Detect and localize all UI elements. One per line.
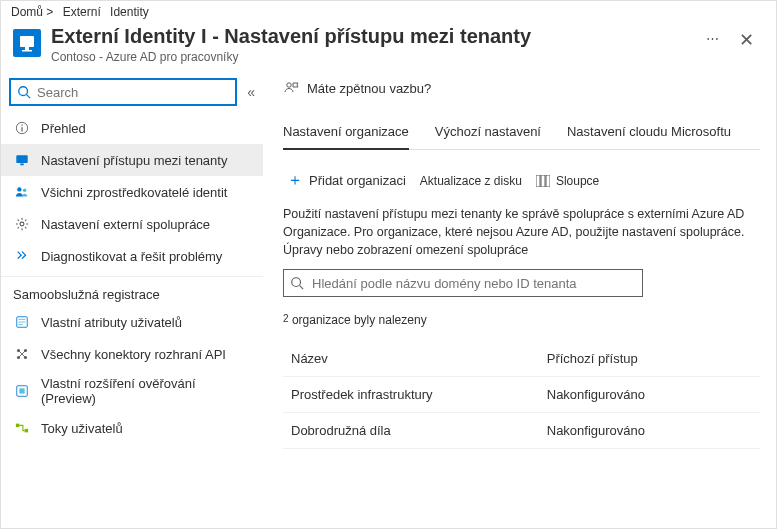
refresh-button[interactable]: Aktualizace z disku (416, 170, 526, 192)
svg-line-18 (25, 227, 26, 228)
sidebar-item-user-flows[interactable]: Toky uživatelů (1, 412, 263, 444)
columns-label: Sloupce (556, 174, 599, 188)
sidebar-search[interactable] (9, 78, 237, 106)
sidebar-item-label: Nastavení externí spolupráce (41, 217, 210, 232)
svg-rect-1 (25, 47, 29, 50)
col-header-name[interactable]: Název (291, 351, 547, 366)
collapse-sidebar-button[interactable]: « (247, 84, 255, 100)
people-icon (13, 185, 31, 199)
sidebar-item-label: Diagnostikovat a řešit problémy (41, 249, 222, 264)
monitor-icon (13, 153, 31, 167)
sidebar-item-label: Všichni zprostředkovatelé identit (41, 185, 227, 200)
table-header: Název Příchozí přístup (283, 341, 760, 377)
cell-inbound: Nakonfigurováno (547, 423, 756, 438)
svg-rect-6 (21, 127, 22, 131)
close-button[interactable]: ✕ (729, 25, 764, 55)
description-text: Použití nastavení přístupu mezi tenanty … (283, 205, 760, 259)
svg-point-12 (20, 222, 24, 226)
add-organization-button[interactable]: ＋ Přidat organizaci (283, 166, 410, 195)
feedback-icon (283, 80, 299, 96)
more-actions-button[interactable]: ⋯ (696, 25, 729, 52)
cell-name: Dobrodružná díla (291, 423, 547, 438)
feedback-label: Máte zpětnou vazbu? (307, 81, 431, 96)
svg-rect-33 (16, 424, 20, 428)
sidebar-item-custom-auth[interactable]: Vlastní rozšíření ověřování (Preview) (1, 370, 263, 412)
cell-name: Prostředek infrastruktury (291, 387, 547, 402)
svg-line-20 (25, 220, 26, 221)
svg-rect-32 (19, 388, 24, 393)
sidebar: « Přehled Nastavení přístupu mezi tenant… (1, 74, 263, 523)
page-header: Externí Identity I - Nastavení přístupu … (1, 21, 776, 74)
sidebar-item-label: Vlastní rozšíření ověřování (Preview) (41, 376, 253, 406)
tab-org-settings[interactable]: Nastavení organizace (283, 118, 409, 149)
tab-default-settings[interactable]: Výchozí nastavení (435, 118, 541, 149)
svg-point-39 (292, 278, 301, 287)
sidebar-item-label: Přehled (41, 121, 86, 136)
sidebar-item-all-idp[interactable]: Všichni zprostředkovatelé identit (1, 176, 263, 208)
toolbar: ＋ Přidat organizaci Aktualizace z disku … (283, 166, 760, 195)
table-row[interactable]: Dobrodružná díla Nakonfigurováno (283, 413, 760, 449)
sidebar-item-label: Toky uživatelů (41, 421, 123, 436)
columns-icon (536, 175, 550, 187)
svg-rect-36 (536, 175, 540, 187)
svg-rect-37 (541, 175, 545, 187)
breadcrumb-identity[interactable]: Identity (110, 5, 149, 19)
results-count: 2 organizace byly nalezeny (283, 313, 760, 327)
page-subtitle: Contoso - Azure AD pro pracovníky (51, 50, 696, 64)
svg-line-40 (300, 286, 304, 290)
svg-rect-7 (21, 125, 22, 126)
sidebar-item-diagnose[interactable]: Diagnostikovat a řešit problémy (1, 240, 263, 272)
col-header-inbound[interactable]: Příchozí přístup (547, 351, 756, 366)
main-content: Máte zpětnou vazbu? Nastavení organizace… (263, 74, 776, 523)
sidebar-item-label: Vlastní atributy uživatelů (41, 315, 182, 330)
svg-rect-0 (20, 36, 34, 47)
sidebar-item-label: Nastavení přístupu mezi tenanty (41, 153, 227, 168)
svg-point-35 (287, 83, 291, 87)
svg-point-11 (23, 189, 27, 193)
form-icon (13, 315, 31, 329)
breadcrumb: Domů > Externí Identity (1, 1, 776, 21)
sidebar-item-external-collab[interactable]: Nastavení externí spolupráce (1, 208, 263, 240)
flow-icon (13, 421, 31, 435)
svg-rect-2 (22, 50, 32, 52)
svg-rect-34 (25, 429, 29, 433)
svg-line-4 (27, 95, 31, 99)
domain-search[interactable] (283, 269, 643, 297)
svg-rect-8 (16, 155, 27, 163)
page-title: Externí Identity I - Nastavení přístupu … (51, 25, 696, 48)
svg-line-19 (18, 227, 19, 228)
search-icon (17, 85, 31, 99)
connector-icon (13, 347, 31, 361)
sidebar-item-overview[interactable]: Přehled (1, 112, 263, 144)
service-icon (13, 29, 41, 57)
extension-icon (13, 384, 31, 398)
feedback-link[interactable]: Máte zpětnou vazbu? (283, 80, 760, 96)
sidebar-item-custom-attrs[interactable]: Vlastní atributy uživatelů (1, 306, 263, 338)
domain-search-input[interactable] (312, 276, 636, 291)
svg-point-3 (19, 87, 28, 96)
sidebar-item-api-connectors[interactable]: Všechny konektory rozhraní API (1, 338, 263, 370)
diagnose-icon (13, 249, 31, 263)
plus-icon: ＋ (287, 170, 303, 191)
breadcrumb-home[interactable]: Domů > (11, 5, 53, 19)
cell-inbound: Nakonfigurováno (547, 387, 756, 402)
svg-line-17 (18, 220, 19, 221)
breadcrumb-external[interactable]: Externí (63, 5, 101, 19)
sidebar-item-label: Všechny konektory rozhraní API (41, 347, 226, 362)
tab-ms-cloud-settings[interactable]: Nastavení cloudu Microsoftu (567, 118, 731, 149)
sidebar-item-cross-tenant[interactable]: Nastavení přístupu mezi tenanty (1, 144, 263, 176)
svg-rect-38 (546, 175, 550, 187)
count-text: organizace byly nalezeny (289, 313, 427, 327)
tabs: Nastavení organizace Výchozí nastavení N… (283, 118, 760, 150)
search-icon (290, 276, 304, 290)
info-icon (13, 121, 31, 135)
gear-icon (13, 217, 31, 231)
svg-rect-9 (20, 164, 24, 166)
columns-button[interactable]: Sloupce (532, 170, 603, 192)
svg-point-10 (17, 187, 21, 191)
sidebar-section-self-service: Samoobslužná registrace (1, 276, 263, 306)
refresh-label: Aktualizace z disku (420, 174, 522, 188)
add-org-label: Přidat organizaci (309, 173, 406, 188)
table-row[interactable]: Prostředek infrastruktury Nakonfigurován… (283, 377, 760, 413)
sidebar-search-input[interactable] (37, 85, 229, 100)
